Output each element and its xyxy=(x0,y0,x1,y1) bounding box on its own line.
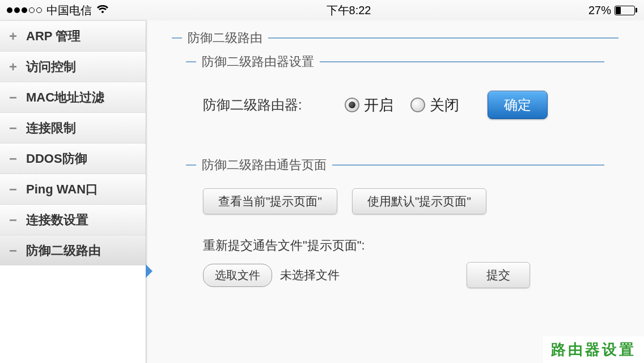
resubmit-label: 重新提交通告文件"提示页面": xyxy=(203,237,604,254)
radio-unchecked-icon xyxy=(410,98,425,112)
sidebar-item-label: Ping WAN口 xyxy=(26,181,98,198)
collapse-icon: − xyxy=(8,212,18,228)
outer-legend: 防御二级路由 xyxy=(182,29,268,47)
collapse-icon: − xyxy=(8,182,18,197)
defense-router-label: 防御二级路由器: xyxy=(203,96,328,114)
sidebar-item-label: DDOS防御 xyxy=(26,150,87,167)
view-current-page-button[interactable]: 查看当前"提示页面" xyxy=(203,188,337,214)
sidebar-item-secondary-router-defense[interactable]: − 防御二级路由 xyxy=(0,235,146,265)
collapse-icon: − xyxy=(8,90,18,105)
radio-off[interactable]: 关闭 xyxy=(410,95,459,115)
submit-button[interactable]: 提交 xyxy=(467,262,530,288)
radio-on-label: 开启 xyxy=(364,95,393,115)
confirm-button[interactable]: 确定 xyxy=(488,91,548,119)
use-default-page-button[interactable]: 使用默认"提示页面" xyxy=(352,188,486,214)
radio-checked-icon xyxy=(345,98,359,112)
sidebar-item-label: 防御二级路由 xyxy=(26,242,101,259)
sidebar-item-label: 连接限制 xyxy=(26,120,76,137)
collapse-icon: − xyxy=(8,151,18,167)
choose-file-button[interactable]: 选取文件 xyxy=(203,264,272,287)
sidebar-item-conn-limit[interactable]: − 连接限制 xyxy=(0,112,146,143)
wifi-icon xyxy=(96,4,109,17)
defense-radio-group: 开启 关闭 xyxy=(345,95,459,115)
main-content: 防御二级路由 防御二级路由器设置 防御二级路由器: 开启 关闭 xyxy=(146,20,644,363)
settings-legend: 防御二级路由器设置 xyxy=(196,53,320,70)
status-right: 27% xyxy=(588,4,637,17)
watermark: 路由器设置 xyxy=(543,336,644,363)
collapse-icon: − xyxy=(8,120,18,136)
radio-off-label: 关闭 xyxy=(430,95,459,115)
status-time: 下午8:22 xyxy=(327,3,371,18)
notice-page-fieldset: 防御二级路由通告页面 查看当前"提示页面" 使用默认"提示页面" 重新提交通告文… xyxy=(186,164,604,288)
sidebar: + ARP 管理 + 访问控制 − MAC地址过滤 − 连接限制 − DDOS防… xyxy=(0,20,146,363)
notice-page-legend: 防御二级路由通告页面 xyxy=(196,157,332,174)
carrier-label: 中国电信 xyxy=(46,3,92,18)
sidebar-item-arp[interactable]: + ARP 管理 xyxy=(0,20,146,51)
expand-icon: + xyxy=(8,59,18,75)
file-status-label: 未选择文件 xyxy=(280,267,340,283)
settings-fieldset: 防御二级路由器设置 防御二级路由器: 开启 关闭 确定 xyxy=(186,61,604,130)
sidebar-item-label: MAC地址过滤 xyxy=(26,89,104,106)
outer-fieldset: 防御二级路由 防御二级路由器设置 防御二级路由器: 开启 关闭 xyxy=(172,37,618,288)
battery-icon xyxy=(615,6,637,15)
sidebar-item-access-control[interactable]: + 访问控制 xyxy=(0,51,146,82)
status-left: 中国电信 xyxy=(7,3,109,18)
sidebar-item-ping-wan[interactable]: − Ping WAN口 xyxy=(0,174,146,204)
sidebar-item-label: 连接数设置 xyxy=(26,212,88,229)
status-bar: 中国电信 下午8:22 27% xyxy=(0,0,644,20)
expand-icon: + xyxy=(8,28,18,44)
sidebar-item-ddos[interactable]: − DDOS防御 xyxy=(0,143,146,174)
collapse-icon: − xyxy=(8,243,18,259)
sidebar-item-label: 访问控制 xyxy=(26,58,76,75)
sidebar-item-conn-count[interactable]: − 连接数设置 xyxy=(0,204,146,235)
sidebar-item-mac-filter[interactable]: − MAC地址过滤 xyxy=(0,82,146,112)
battery-percent: 27% xyxy=(588,4,611,17)
sidebar-item-label: ARP 管理 xyxy=(26,28,80,45)
radio-on[interactable]: 开启 xyxy=(345,95,393,115)
signal-strength-icon xyxy=(7,7,42,13)
